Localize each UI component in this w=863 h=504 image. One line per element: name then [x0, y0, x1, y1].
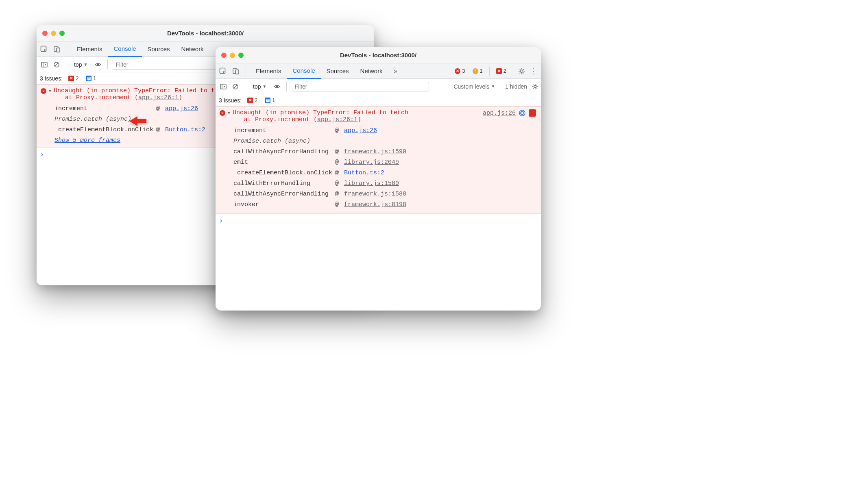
error-message-line2: at Proxy.increment (app.js:26:1) — [233, 116, 408, 123]
titlebar: DevTools - localhost:3000/ — [37, 25, 374, 41]
chevron-down-icon: ▼ — [262, 84, 266, 89]
error-source-link[interactable]: app.js:26:1 — [138, 94, 179, 101]
stack-source-link[interactable]: framework.js:1588 — [344, 189, 406, 200]
stack-source-link[interactable]: library.js:1580 — [344, 178, 399, 189]
stack-frame: callWithAsyncErrorHandling@framework.js:… — [233, 189, 537, 200]
stack-frame: emit@library.js:2049 — [233, 157, 537, 168]
console-prompt-icon[interactable]: › — [216, 214, 541, 225]
live-expression-icon[interactable] — [93, 59, 103, 70]
issues-messages[interactable]: ▤1 — [84, 75, 98, 82]
context-selector[interactable]: top▼ — [70, 60, 91, 69]
minimize-button[interactable] — [230, 52, 235, 58]
disclosure-triangle-icon[interactable]: ▼ — [228, 111, 230, 115]
stack-frame: callWithAsyncErrorHandling@framework.js:… — [233, 147, 537, 157]
console-settings-gear-icon[interactable] — [532, 83, 538, 90]
stack-source-link[interactable]: Button.ts:2 — [165, 125, 205, 135]
filter-input[interactable] — [291, 82, 429, 91]
tab-sources[interactable]: Sources — [142, 41, 176, 57]
hidden-count[interactable]: 1 hidden — [505, 83, 527, 90]
svg-point-18 — [519, 110, 525, 116]
stack-source-link[interactable]: library.js:2049 — [344, 157, 399, 168]
clear-console-icon[interactable] — [51, 59, 62, 70]
tab-elements[interactable]: Elements — [250, 63, 287, 79]
svg-point-11 — [521, 70, 523, 72]
gear-icon[interactable] — [518, 67, 525, 75]
stack-async-boundary: Promise.catch (async) — [233, 136, 537, 147]
console-error: app.js:26 ✕ ▼ Uncaught (in promise) Type… — [216, 106, 541, 214]
more-tabs-icon[interactable]: » — [390, 65, 401, 77]
tab-console[interactable]: Console — [108, 41, 142, 57]
svg-line-6 — [55, 63, 58, 66]
annotation-arrow — [129, 115, 147, 128]
console-sidebar-toggle-icon[interactable] — [39, 59, 50, 70]
stack-source-link[interactable]: framework.js:1590 — [344, 147, 406, 157]
close-button[interactable] — [42, 30, 48, 36]
log-levels-selector[interactable]: Custom levels▼ — [453, 83, 495, 90]
stack-source-link[interactable]: Button.ts:2 — [344, 168, 384, 178]
context-selector[interactable]: top▼ — [249, 82, 270, 91]
svg-line-15 — [234, 85, 237, 88]
tab-network[interactable]: Network — [176, 41, 209, 57]
minimize-button[interactable] — [51, 30, 56, 36]
live-expression-icon[interactable] — [272, 81, 282, 92]
tab-console[interactable]: Console — [287, 63, 321, 79]
panel-tabs: Elements Console Sources Network » ✕3 !1… — [216, 63, 541, 79]
warnings-badge[interactable]: !1 — [471, 67, 484, 74]
issues-label[interactable]: 3 Issues: — [219, 97, 242, 104]
traffic-lights — [42, 30, 65, 36]
issues-errors[interactable]: ✕2 — [246, 97, 259, 104]
console-body: app.js:26 ✕ ▼ Uncaught (in promise) Type… — [216, 106, 541, 311]
svg-point-7 — [97, 63, 99, 65]
maximize-button[interactable] — [59, 30, 65, 36]
disclosure-triangle-icon[interactable]: ▼ — [49, 89, 51, 93]
svg-rect-8 — [220, 68, 225, 73]
window-title: DevTools - localhost:3000/ — [167, 30, 244, 37]
error-source-link[interactable]: app.js:26:1 — [317, 116, 357, 123]
stack-source-link[interactable]: app.js:26 — [165, 104, 198, 114]
svg-rect-2 — [57, 48, 60, 52]
error-icon: ✕ — [41, 88, 46, 94]
close-button[interactable] — [221, 52, 227, 58]
window-title: DevTools - localhost:3000/ — [340, 52, 416, 59]
console-toolbar: top▼ Custom levels▼ 1 hidden — [216, 79, 541, 94]
console-sidebar-toggle-icon[interactable] — [218, 81, 229, 92]
tab-network[interactable]: Network — [355, 63, 388, 79]
chevron-down-icon: ▼ — [83, 62, 87, 67]
issues-bar: 3 Issues: ✕2 ▤1 — [216, 94, 541, 106]
stack-source-link[interactable]: app.js:26 — [344, 126, 377, 136]
stack-frame: invoker@framework.js:8198 — [233, 200, 537, 210]
error-top-source-link[interactable]: app.js:26 — [483, 110, 516, 117]
issues-errors[interactable]: ✕2 — [67, 75, 80, 82]
issues-badge[interactable]: ✕2 — [495, 67, 508, 74]
stack-source-link[interactable]: framework.js:8198 — [344, 200, 406, 210]
svg-rect-10 — [235, 70, 239, 74]
error-message-line1: Uncaught (in promise) TypeError: Failed … — [233, 109, 408, 116]
svg-point-16 — [276, 85, 278, 87]
inspect-icon[interactable] — [217, 65, 229, 77]
inspect-icon[interactable] — [38, 43, 50, 55]
device-toggle-icon[interactable] — [230, 65, 242, 77]
error-icon: ✕ — [220, 110, 225, 116]
errors-badge[interactable]: ✕3 — [453, 67, 466, 74]
reload-frame-icon[interactable] — [519, 110, 525, 116]
maximize-button[interactable] — [238, 52, 244, 58]
show-more-frames-link[interactable]: Show 5 more frames — [41, 137, 120, 144]
svg-point-17 — [534, 85, 536, 87]
issues-label[interactable]: 3 Issues: — [40, 75, 63, 82]
device-toggle-icon[interactable] — [51, 43, 63, 55]
error-message-line1: Uncaught (in promise) TypeError: Failed … — [54, 87, 215, 94]
devtools-window-expanded: DevTools - localhost:3000/ Elements Cons… — [216, 47, 541, 311]
chevron-down-icon: ▼ — [491, 84, 495, 89]
stack-frame: _createElementBlock.onClick@Button.ts:2 — [233, 168, 537, 178]
chat-badge-icon[interactable] — [529, 109, 536, 117]
stack-frame: increment@app.js:26 — [233, 126, 537, 136]
tab-elements[interactable]: Elements — [71, 41, 108, 57]
error-message-line2: at Proxy.increment (app.js:26:1) — [54, 94, 215, 101]
kebab-menu-icon[interactable]: ⋮ — [530, 67, 537, 76]
clear-console-icon[interactable] — [230, 81, 241, 92]
traffic-lights — [221, 52, 244, 58]
titlebar: DevTools - localhost:3000/ — [216, 47, 541, 63]
svg-rect-0 — [41, 46, 46, 51]
tab-sources[interactable]: Sources — [321, 63, 355, 79]
issues-messages[interactable]: ▤1 — [263, 97, 277, 104]
